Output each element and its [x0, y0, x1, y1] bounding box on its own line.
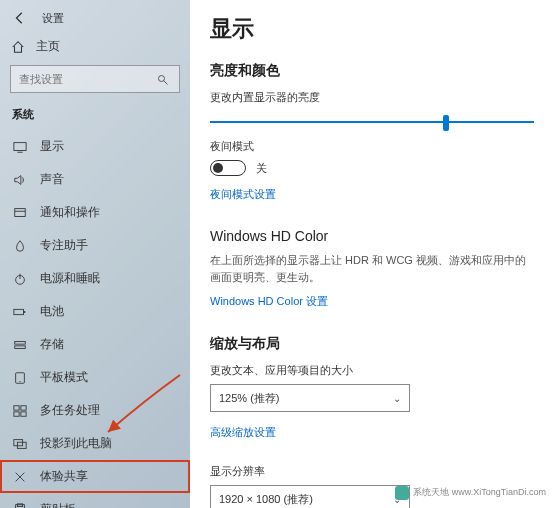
svg-line-1 — [164, 81, 168, 85]
multitask-icon — [12, 403, 28, 419]
tablet-icon — [12, 370, 28, 386]
sidebar-item-label: 多任务处理 — [40, 402, 100, 419]
page-title: 显示 — [210, 14, 534, 44]
night-settings-link[interactable]: 夜间模式设置 — [210, 187, 276, 202]
svg-rect-4 — [15, 208, 26, 216]
sidebar-item-label: 平板模式 — [40, 369, 88, 386]
svg-rect-8 — [14, 309, 24, 314]
res-value: 1920 × 1080 (推荐) — [219, 492, 313, 507]
display-icon — [12, 139, 28, 155]
hd-heading: Windows HD Color — [210, 228, 534, 244]
sidebar-item-label: 存储 — [40, 336, 64, 353]
slider-track — [210, 121, 534, 123]
sidebar-item-power[interactable]: 电源和睡眠 — [0, 262, 190, 295]
project-icon — [12, 436, 28, 452]
search-input[interactable] — [19, 73, 157, 85]
notification-icon — [12, 205, 28, 221]
storage-icon — [12, 337, 28, 353]
sidebar-item-label: 通知和操作 — [40, 204, 100, 221]
sidebar-item-clipboard[interactable]: 剪贴板 — [0, 493, 190, 508]
power-icon — [12, 271, 28, 287]
res-label: 显示分辨率 — [210, 464, 534, 479]
night-state: 关 — [256, 161, 267, 176]
svg-rect-9 — [24, 311, 26, 313]
home-icon — [10, 39, 26, 55]
shared-icon — [12, 469, 28, 485]
section-label: 系统 — [0, 107, 190, 130]
svg-rect-2 — [14, 142, 26, 150]
sidebar-item-label: 声音 — [40, 171, 64, 188]
sidebar-item-tablet[interactable]: 平板模式 — [0, 361, 190, 394]
toggle-knob — [213, 163, 223, 173]
scale-select[interactable]: 125% (推荐) ⌄ — [210, 384, 410, 412]
sidebar-item-label: 电池 — [40, 303, 64, 320]
home-row[interactable]: 主页 — [0, 32, 190, 65]
brightness-slider[interactable] — [210, 111, 534, 135]
svg-rect-15 — [21, 405, 26, 409]
sidebar-item-battery[interactable]: 电池 — [0, 295, 190, 328]
chevron-down-icon: ⌄ — [393, 393, 401, 404]
sidebar-item-sound[interactable]: 声音 — [0, 163, 190, 196]
sidebar-item-label: 电源和睡眠 — [40, 270, 100, 287]
sidebar-item-label: 专注助手 — [40, 237, 88, 254]
scale-value: 125% (推荐) — [219, 391, 280, 406]
svg-rect-10 — [15, 341, 26, 344]
scale-heading: 缩放与布局 — [210, 335, 534, 353]
sidebar-item-focus[interactable]: 专注助手 — [0, 229, 190, 262]
brightness-label: 更改内置显示器的亮度 — [210, 90, 534, 105]
adv-scale-link[interactable]: 高级缩放设置 — [210, 425, 276, 440]
window-title: 设置 — [42, 11, 64, 26]
svg-rect-17 — [21, 411, 26, 415]
hd-desc: 在上面所选择的显示器上让 HDR 和 WCG 视频、游戏和应用中的画面更明亮、更… — [210, 252, 534, 285]
slider-thumb[interactable] — [443, 115, 449, 131]
sidebar-item-display[interactable]: 显示 — [0, 130, 190, 163]
search-icon — [157, 72, 171, 86]
nav-list: 显示 声音 通知和操作 专注助手 电源和睡眠 电池 存储 平板模式 多任务处理 … — [0, 130, 190, 508]
sidebar-item-project[interactable]: 投影到此电脑 — [0, 427, 190, 460]
svg-point-0 — [159, 76, 165, 82]
sidebar-item-notifications[interactable]: 通知和操作 — [0, 196, 190, 229]
sidebar-item-storage[interactable]: 存储 — [0, 328, 190, 361]
chevron-down-icon: ⌄ — [393, 494, 401, 505]
svg-rect-16 — [14, 411, 19, 415]
sidebar-item-multitask[interactable]: 多任务处理 — [0, 394, 190, 427]
sidebar-item-label: 投影到此电脑 — [40, 435, 112, 452]
night-label: 夜间模式 — [210, 139, 534, 154]
search-box[interactable] — [10, 65, 180, 93]
battery-icon — [12, 304, 28, 320]
scale-text-label: 更改文本、应用等项目的大小 — [210, 363, 534, 378]
night-toggle[interactable] — [210, 160, 246, 176]
home-label: 主页 — [36, 38, 60, 55]
hd-link[interactable]: Windows HD Color 设置 — [210, 294, 328, 309]
clipboard-icon — [12, 502, 28, 509]
sidebar-item-label: 剪贴板 — [40, 501, 76, 508]
focus-icon — [12, 238, 28, 254]
svg-rect-11 — [15, 345, 26, 348]
sound-icon — [12, 172, 28, 188]
sidebar-item-label: 体验共享 — [40, 468, 88, 485]
back-button[interactable] — [10, 8, 30, 28]
sidebar-item-label: 显示 — [40, 138, 64, 155]
svg-rect-14 — [14, 405, 19, 409]
resolution-select[interactable]: 1920 × 1080 (推荐) ⌄ — [210, 485, 410, 508]
svg-point-13 — [19, 380, 20, 381]
brightness-heading: 亮度和颜色 — [210, 62, 534, 80]
sidebar-item-shared[interactable]: 体验共享 — [0, 460, 190, 493]
